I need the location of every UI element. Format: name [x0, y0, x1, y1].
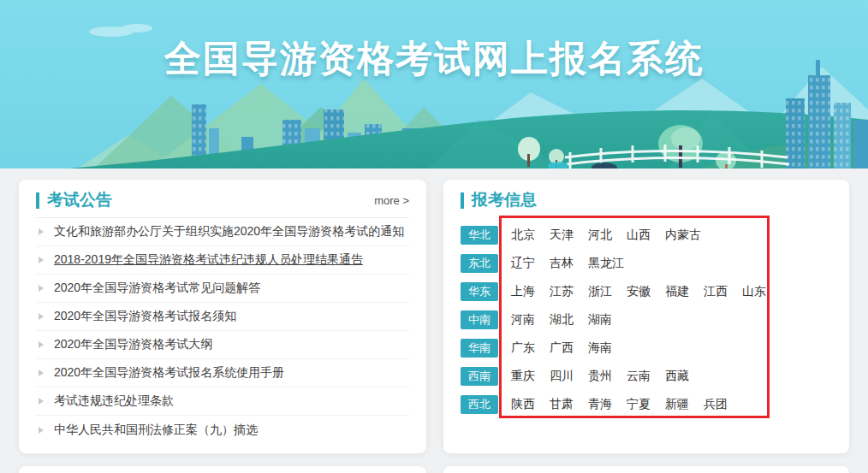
province-list: 陕西甘肃青海宁夏新疆兵团	[511, 397, 742, 412]
province-link[interactable]: 安徽	[627, 284, 665, 299]
province-link[interactable]: 陕西	[511, 397, 550, 412]
province-link[interactable]: 山东	[742, 284, 781, 299]
province-list: 上海江苏浙江安徽福建江西山东	[511, 284, 781, 299]
announcement-link[interactable]: 考试违规违纪处理条款	[54, 393, 174, 409]
province-link[interactable]: 河南	[511, 312, 550, 328]
province-link[interactable]: 广西	[550, 340, 588, 356]
region-button[interactable]: 中南	[461, 310, 498, 329]
region-row: 西南 重庆四川贵州云南西藏	[461, 362, 832, 390]
announcement-item[interactable]: 2020年全国导游资格考试常见问题解答	[36, 275, 409, 303]
arrow-bullet-icon	[39, 313, 44, 320]
province-link[interactable]: 宁夏	[627, 397, 665, 412]
registration-header: 报考信息	[461, 191, 832, 210]
province-list: 北京天津河北山西内蒙古	[511, 228, 704, 243]
arrow-bullet-icon	[39, 370, 44, 376]
region-table: 华北 北京天津河北山西内蒙古 东北 辽宁吉林黑龙江 华东 上海江苏浙江安徽福建江…	[461, 221, 832, 418]
province-link[interactable]: 天津	[550, 228, 588, 243]
more-link[interactable]: more >	[374, 194, 409, 207]
province-link[interactable]: 北京	[511, 228, 550, 243]
announcement-item[interactable]: 文化和旅游部办公厅关于组织实施2020年全国导游资格考试的通知	[36, 218, 409, 246]
province-link[interactable]: 青海	[588, 397, 627, 412]
province-link[interactable]: 湖南	[588, 312, 627, 328]
province-link[interactable]: 新疆	[665, 397, 704, 412]
region-row: 华北 北京天津河北山西内蒙古	[461, 221, 832, 249]
announcement-item[interactable]: 考试违规违纪处理条款	[36, 387, 409, 416]
region-row: 西北 陕西甘肃青海宁夏新疆兵团	[461, 390, 832, 418]
province-list: 河南湖北湖南	[511, 312, 627, 328]
announcement-link[interactable]: 2020年全国导游资格考试常见问题解答	[54, 281, 260, 296]
announcements-title: 考试公告	[47, 191, 112, 210]
announcements-header: 考试公告 more >	[36, 191, 409, 218]
province-link[interactable]: 云南	[627, 369, 665, 384]
registration-title: 报考信息	[472, 191, 537, 210]
province-link[interactable]: 上海	[511, 284, 550, 299]
announcement-link[interactable]: 中华人民共和国刑法修正案（九）摘选	[54, 423, 258, 438]
province-link[interactable]: 江苏	[550, 284, 588, 299]
region-row: 中南 河南湖北湖南	[461, 305, 832, 334]
region-row: 华南 广东广西海南	[461, 334, 832, 362]
province-link[interactable]: 西藏	[665, 369, 704, 384]
accent-bar-icon	[461, 192, 464, 209]
province-link[interactable]: 浙江	[588, 284, 627, 299]
accent-bar-icon	[36, 192, 39, 209]
province-list: 广东广西海南	[511, 340, 627, 356]
province-link[interactable]: 甘肃	[550, 397, 588, 412]
province-link[interactable]: 河北	[588, 228, 627, 243]
partial-card	[443, 466, 849, 473]
main-content: 考试公告 more > 文化和旅游部办公厅关于组织实施2020年全国导游资格考试…	[0, 169, 868, 453]
announcement-link[interactable]: 2020年全国导游资格考试大纲	[54, 337, 212, 352]
arrow-bullet-icon	[39, 285, 44, 292]
province-link[interactable]: 兵团	[704, 397, 742, 412]
announcement-link[interactable]: 2018-2019年全国导游资格考试违纪违规人员处理结果通告	[54, 252, 363, 268]
province-link[interactable]: 贵州	[588, 369, 627, 384]
banner: 全国导游资格考试网上报名系统	[0, 0, 868, 169]
province-link[interactable]: 福建	[665, 284, 704, 299]
region-button[interactable]: 华南	[461, 339, 498, 358]
announcement-item[interactable]: 2020年全国导游资格考试大纲	[36, 331, 409, 359]
province-link[interactable]: 黑龙江	[588, 256, 627, 271]
announcement-item[interactable]: 2020年全国导游资格考试报名系统使用手册	[36, 359, 409, 387]
region-button[interactable]: 西南	[461, 367, 498, 386]
region-button[interactable]: 华北	[461, 226, 498, 245]
arrow-bullet-icon	[39, 228, 44, 235]
province-link[interactable]: 四川	[550, 369, 588, 384]
province-link[interactable]: 辽宁	[511, 256, 550, 271]
region-button[interactable]: 华东	[461, 282, 498, 301]
region-row: 华东 上海江苏浙江安徽福建江西山东	[461, 277, 832, 305]
announcement-list: 文化和旅游部办公厅关于组织实施2020年全国导游资格考试的通知 2018-201…	[36, 218, 409, 444]
bottom-row	[0, 453, 868, 473]
announcement-item[interactable]: 中华人民共和国刑法修正案（九）摘选	[36, 416, 409, 444]
announcement-link[interactable]: 2020年全国导游资格考试报名系统使用手册	[54, 365, 284, 381]
province-link[interactable]: 海南	[588, 340, 627, 356]
partial-card	[19, 466, 426, 473]
region-button[interactable]: 西北	[461, 395, 498, 414]
province-list: 辽宁吉林黑龙江	[511, 256, 627, 271]
province-link[interactable]: 重庆	[511, 369, 550, 384]
arrow-bullet-icon	[39, 257, 44, 263]
announcement-link[interactable]: 2020年全国导游资格考试报名须知	[54, 309, 236, 324]
region-row: 东北 辽宁吉林黑龙江	[461, 249, 832, 277]
arrow-bullet-icon	[39, 341, 44, 348]
province-link[interactable]: 山西	[627, 228, 665, 243]
announcement-link[interactable]: 文化和旅游部办公厅关于组织实施2020年全国导游资格考试的通知	[54, 224, 404, 239]
province-list: 重庆四川贵州云南西藏	[511, 369, 704, 384]
region-button[interactable]: 东北	[461, 254, 498, 273]
registration-card: 报考信息 华北 北京天津河北山西内蒙古 东北 辽宁吉林黑龙江 华东 上海江苏浙江…	[443, 180, 849, 453]
page-title: 全国导游资格考试网上报名系统	[0, 34, 868, 84]
province-link[interactable]: 内蒙古	[665, 228, 704, 243]
announcement-item[interactable]: 2020年全国导游资格考试报名须知	[36, 303, 409, 331]
province-link[interactable]: 广东	[511, 340, 550, 356]
announcement-item[interactable]: 2018-2019年全国导游资格考试违纪违规人员处理结果通告	[36, 246, 409, 275]
banner-illustration-icon	[0, 0, 868, 169]
arrow-bullet-icon	[39, 427, 44, 434]
announcements-card: 考试公告 more > 文化和旅游部办公厅关于组织实施2020年全国导游资格考试…	[19, 180, 426, 453]
province-link[interactable]: 湖北	[550, 312, 588, 328]
arrow-bullet-icon	[39, 398, 44, 405]
province-link[interactable]: 江西	[704, 284, 742, 299]
province-link[interactable]: 吉林	[550, 256, 588, 271]
